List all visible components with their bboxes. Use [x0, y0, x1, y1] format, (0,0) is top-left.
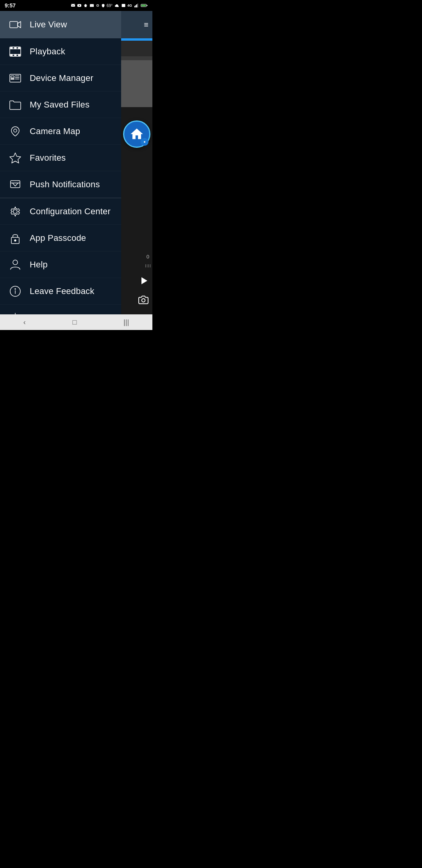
svg-rect-8	[134, 6, 135, 7]
device-icon	[8, 71, 23, 86]
svg-rect-4	[90, 4, 94, 7]
sidebar-item-help[interactable]: Help	[0, 251, 121, 278]
timeline-ticks	[145, 264, 150, 267]
svg-rect-24	[18, 47, 20, 49]
svg-rect-27	[18, 54, 20, 56]
sidebar-item-app-passcode[interactable]: App Passcode	[0, 225, 121, 251]
svg-point-7	[122, 5, 123, 5]
sidebar-item-push-notifications[interactable]: Push Notifications	[0, 171, 121, 198]
nav-recents-button[interactable]: |||	[116, 315, 137, 330]
favorites-label: Favorites	[30, 153, 66, 163]
svg-rect-0	[71, 4, 75, 7]
panel-number: 0	[147, 254, 149, 260]
folder-icon	[8, 97, 23, 112]
film-icon	[8, 44, 23, 59]
sidebar-item-configuration-center[interactable]: Configuration Center	[0, 198, 121, 225]
star-icon	[8, 151, 23, 165]
svg-marker-51	[141, 277, 147, 284]
panel-spacer-2	[121, 56, 152, 60]
my-saved-files-label: My Saved Files	[30, 100, 89, 110]
svg-rect-40	[11, 181, 20, 188]
sidebar-item-live-view[interactable]: Live View	[0, 11, 121, 38]
sidebar-item-camera-map[interactable]: Camera Map	[0, 118, 121, 145]
camera-map-label: Camera Map	[30, 126, 80, 136]
sidebar-item-leave-feedback[interactable]: Leave Feedback	[0, 278, 121, 305]
device-manager-label: Device Manager	[30, 73, 93, 83]
status-icons: 69° 4G	[71, 3, 148, 8]
main-layout: Live View	[0, 11, 152, 314]
temp-icon: 69°	[107, 4, 113, 8]
svg-rect-26	[14, 54, 16, 56]
right-panel-header: ≡	[121, 11, 152, 38]
svg-point-45	[13, 260, 18, 265]
app-passcode-label: App Passcode	[30, 233, 86, 243]
nav-back-button[interactable]: ‹	[16, 315, 34, 330]
mail-icon	[89, 3, 94, 8]
panel-gray-area	[121, 60, 152, 107]
star-status-icon	[96, 3, 100, 8]
svg-point-38	[14, 129, 17, 132]
nav-home-button[interactable]: □	[65, 315, 85, 330]
shield-icon	[101, 3, 105, 8]
sidebar-item-my-saved-files[interactable]: My Saved Files	[0, 91, 121, 118]
play-button[interactable]	[139, 276, 148, 287]
bell-icon	[8, 177, 23, 192]
svg-rect-15	[10, 22, 18, 28]
nav-bar: ‹ □ |||	[0, 314, 152, 330]
leave-feedback-label: Leave Feedback	[30, 286, 94, 296]
menu-lines-icon[interactable]: ≡	[144, 20, 148, 29]
right-panel: ≡ 0	[121, 11, 152, 314]
camera-icon	[8, 17, 23, 32]
home-badge	[141, 138, 148, 146]
live-view-label: Live View	[30, 20, 67, 30]
svg-rect-3	[84, 5, 86, 7]
svg-rect-10	[136, 4, 137, 7]
push-notifications-label: Push Notifications	[30, 179, 100, 190]
svg-rect-13	[141, 5, 146, 7]
sidebar-item-device-manager[interactable]: Device Manager	[0, 65, 121, 91]
info-icon	[8, 284, 23, 299]
svg-rect-23	[14, 47, 16, 49]
svg-marker-39	[10, 153, 21, 163]
svg-point-53	[144, 141, 145, 143]
sidebar-item-favorites[interactable]: Favorites	[0, 145, 121, 171]
svg-point-42	[13, 210, 17, 213]
svg-rect-22	[11, 47, 12, 49]
status-time: 9:57	[5, 2, 16, 9]
lock-icon	[8, 231, 23, 246]
configuration-center-label: Configuration Center	[30, 206, 111, 217]
svg-rect-32	[10, 74, 21, 82]
msg-icon	[71, 3, 75, 8]
cloud-icon	[114, 3, 120, 8]
sidebar-item-playback[interactable]: Playback	[0, 38, 121, 65]
status-bar: 9:57 69° 4G	[0, 0, 152, 11]
svg-rect-14	[147, 5, 147, 6]
person-icon	[8, 257, 23, 272]
svg-point-52	[142, 299, 145, 302]
lte-icon: 4G	[127, 4, 132, 7]
svg-point-48	[15, 289, 16, 289]
svg-point-44	[14, 240, 16, 241]
sidebar: Live View	[0, 11, 121, 314]
image-icon	[121, 3, 126, 8]
svg-rect-33	[11, 76, 14, 78]
panel-spacer-1	[121, 41, 152, 56]
camera-capture-button[interactable]	[138, 295, 148, 307]
signal-icon	[134, 3, 139, 8]
svg-rect-9	[136, 5, 136, 7]
svg-rect-11	[138, 4, 138, 7]
svg-rect-25	[11, 54, 12, 56]
youtube-icon	[77, 3, 82, 8]
floating-home-button[interactable]	[123, 120, 150, 148]
battery-icon	[141, 3, 148, 8]
help-label: Help	[30, 260, 48, 270]
home-status-icon	[83, 3, 88, 8]
map-pin-icon	[8, 124, 23, 139]
playback-label: Playback	[30, 47, 65, 57]
svg-marker-16	[18, 22, 21, 28]
svg-rect-34	[11, 79, 14, 79]
gear-icon	[8, 204, 23, 219]
